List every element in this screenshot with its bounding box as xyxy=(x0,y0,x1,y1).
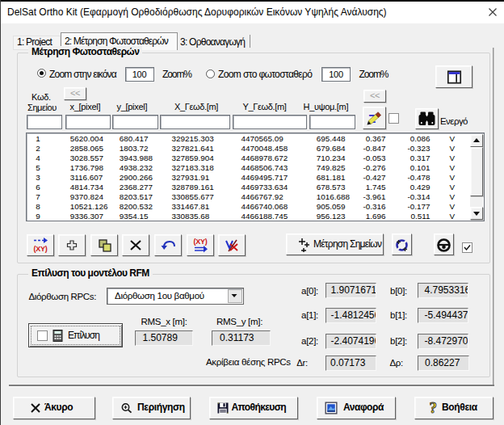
svg-text:?: ? xyxy=(429,399,436,416)
svg-text:(XY): (XY) xyxy=(193,238,207,246)
svg-text:(XY): (XY) xyxy=(33,244,47,252)
